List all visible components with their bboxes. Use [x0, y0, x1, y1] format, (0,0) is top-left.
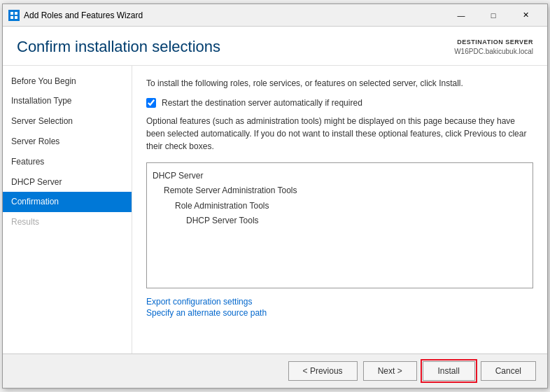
window-title: Add Roles and Features Wizard — [24, 10, 445, 20]
intro-text: To install the following roles, role ser… — [146, 77, 533, 90]
destination-server-name: W16PDC.bakicubuk.local — [454, 47, 533, 57]
cancel-button[interactable]: Cancel — [481, 361, 536, 381]
content-area: Before You Begin Installation Type Serve… — [3, 66, 547, 354]
maximize-button[interactable]: □ — [477, 4, 509, 27]
sidebar-item-before-you-begin[interactable]: Before You Begin — [3, 71, 132, 92]
main-content: To install the following roles, role ser… — [132, 66, 547, 354]
features-box: DHCP Server Remote Server Administration… — [146, 162, 533, 288]
sidebar-item-results: Results — [3, 212, 132, 232]
export-config-link[interactable]: Export configuration settings — [146, 297, 533, 307]
footer: < Previous Next > Install Cancel — [3, 354, 547, 388]
restart-checkbox-row: Restart the destination server automatic… — [146, 98, 533, 108]
close-button[interactable]: ✕ — [509, 4, 542, 27]
feature-role-admin-tools: Role Administration Tools — [175, 199, 527, 214]
svg-rect-2 — [10, 16, 13, 19]
svg-rect-1 — [15, 12, 17, 15]
feature-dhcp-server-tools: DHCP Server Tools — [186, 214, 527, 229]
destination-server-info: DESTINATION SERVER W16PDC.bakicubuk.loca… — [454, 38, 533, 57]
restart-checkbox-label[interactable]: Restart the destination server automatic… — [162, 98, 362, 108]
wizard-window: Add Roles and Features Wizard — □ ✕ Conf… — [2, 4, 548, 388]
alternate-source-link[interactable]: Specify an alternate source path — [146, 308, 533, 318]
sidebar: Before You Begin Installation Type Serve… — [3, 66, 132, 354]
header: Confirm installation selections DESTINAT… — [3, 27, 547, 66]
titlebar: Add Roles and Features Wizard — □ ✕ — [3, 4, 547, 27]
sidebar-item-dhcp-server[interactable]: DHCP Server — [3, 172, 132, 192]
sidebar-item-server-roles[interactable]: Server Roles — [3, 132, 132, 152]
svg-rect-3 — [15, 16, 17, 19]
previous-button[interactable]: < Previous — [288, 361, 358, 381]
optional-text: Optional features (such as administratio… — [146, 115, 533, 153]
install-button[interactable]: Install — [423, 361, 475, 381]
svg-rect-0 — [10, 12, 13, 15]
minimize-button[interactable]: — — [445, 4, 477, 27]
next-button[interactable]: Next > — [363, 361, 417, 381]
feature-dhcp-server: DHCP Server — [153, 169, 527, 184]
app-icon — [8, 10, 20, 21]
sidebar-item-installation-type[interactable]: Installation Type — [3, 91, 132, 111]
page-title: Confirm installation selections — [17, 38, 220, 56]
window-controls: — □ ✕ — [445, 4, 542, 27]
sidebar-item-confirmation[interactable]: Confirmation — [3, 192, 132, 212]
sidebar-item-features[interactable]: Features — [3, 152, 132, 172]
feature-remote-admin-tools: Remote Server Administration Tools — [164, 183, 527, 199]
restart-checkbox[interactable] — [146, 98, 156, 108]
sidebar-item-server-selection[interactable]: Server Selection — [3, 111, 132, 132]
destination-server-label: DESTINATION SERVER — [454, 38, 533, 47]
